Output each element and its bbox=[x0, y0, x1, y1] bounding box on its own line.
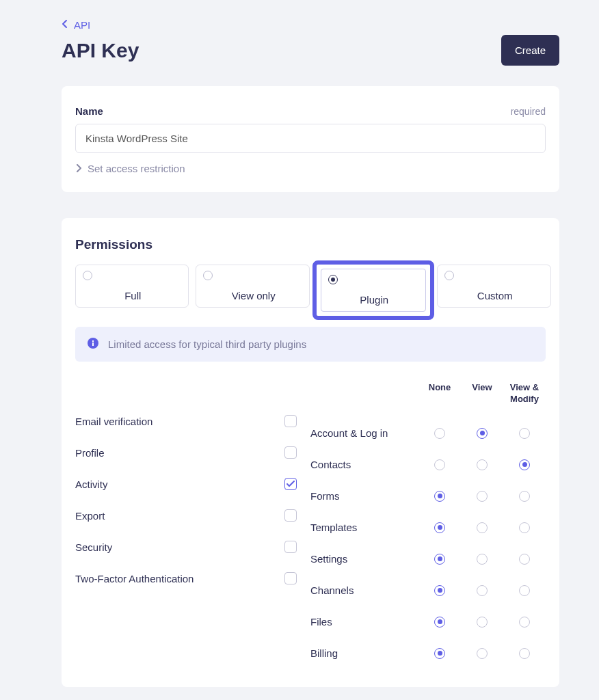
perm-left-label: Two-Factor Authentication bbox=[75, 573, 194, 584]
permissions-heading: Permissions bbox=[75, 237, 546, 252]
perm-right-row: Billing bbox=[310, 638, 546, 669]
create-button[interactable]: Create bbox=[501, 35, 559, 66]
perm-radio[interactable] bbox=[477, 491, 488, 502]
perm-radio[interactable] bbox=[519, 522, 530, 533]
perm-checkbox[interactable] bbox=[284, 446, 297, 459]
perm-radio[interactable] bbox=[519, 428, 530, 439]
perm-header-view: View bbox=[461, 382, 503, 405]
perm-checkbox[interactable] bbox=[284, 509, 297, 522]
perm-left-label: Email verification bbox=[75, 416, 152, 427]
perm-radio[interactable] bbox=[477, 648, 488, 659]
perm-right-row: Templates bbox=[310, 512, 546, 543]
perm-left-label: Export bbox=[75, 510, 105, 522]
breadcrumb-back[interactable]: API bbox=[62, 19, 559, 31]
permission-level-label: Plugin bbox=[360, 294, 388, 306]
perm-radio[interactable] bbox=[434, 617, 445, 628]
perm-right-label: Billing bbox=[310, 647, 418, 659]
perm-right-label: Forms bbox=[310, 490, 418, 502]
radio-icon bbox=[83, 271, 92, 280]
perm-radio[interactable] bbox=[519, 585, 530, 596]
expand-access-restriction[interactable]: Set access restriction bbox=[75, 163, 546, 174]
perm-right-label: Account & Log in bbox=[310, 427, 418, 439]
perm-left-row: Two-Factor Authentication bbox=[75, 563, 310, 594]
permissions-banner-text: Limited access for typical third party p… bbox=[108, 338, 306, 350]
chevron-left-icon bbox=[62, 19, 68, 31]
permissions-card: Permissions FullView onlyPluginCustom Li… bbox=[62, 218, 559, 687]
perm-left-label: Security bbox=[75, 541, 112, 553]
perm-radio[interactable] bbox=[477, 554, 488, 565]
perm-radio[interactable] bbox=[434, 459, 445, 470]
perm-radio[interactable] bbox=[519, 491, 530, 502]
radio-icon bbox=[444, 271, 454, 280]
permission-level-full[interactable]: Full bbox=[75, 265, 189, 308]
radio-icon bbox=[328, 275, 338, 284]
breadcrumb-label: API bbox=[74, 19, 90, 31]
page-title: API Key bbox=[62, 39, 139, 62]
perm-radio[interactable] bbox=[434, 428, 445, 439]
permission-level-label: View only bbox=[232, 290, 276, 301]
perm-radio[interactable] bbox=[434, 554, 445, 565]
perm-left-row: Security bbox=[75, 531, 310, 563]
name-input[interactable] bbox=[75, 124, 546, 153]
permission-level-custom[interactable]: Custom bbox=[437, 265, 550, 308]
perm-right-row: Forms bbox=[310, 481, 546, 512]
permission-level-label: Custom bbox=[477, 290, 513, 301]
name-required: required bbox=[511, 106, 546, 117]
perm-radio[interactable] bbox=[434, 648, 445, 659]
perm-radio[interactable] bbox=[477, 585, 488, 596]
perm-radio[interactable] bbox=[519, 617, 530, 628]
perm-right-row: Account & Log in bbox=[310, 418, 546, 449]
perm-left-row: Profile bbox=[75, 437, 310, 468]
perm-right-label: Settings bbox=[310, 553, 418, 565]
perm-right-label: Templates bbox=[310, 522, 418, 533]
chevron-right-icon bbox=[75, 163, 82, 174]
perm-right-row: Files bbox=[310, 606, 546, 638]
perm-header-none: None bbox=[418, 382, 461, 405]
perm-radio[interactable] bbox=[519, 648, 530, 659]
name-card: Name required Set access restriction bbox=[62, 86, 559, 192]
permission-level-view-only[interactable]: View only bbox=[196, 265, 309, 308]
perm-checkbox[interactable] bbox=[284, 541, 297, 553]
perm-checkbox[interactable] bbox=[284, 572, 297, 584]
perm-right-row: Settings bbox=[310, 543, 546, 575]
perm-radio[interactable] bbox=[477, 428, 488, 439]
perm-checkbox[interactable] bbox=[284, 478, 297, 490]
svg-rect-1 bbox=[92, 342, 94, 346]
perm-right-label: Contacts bbox=[310, 459, 418, 470]
permissions-banner: Limited access for typical third party p… bbox=[75, 327, 546, 362]
perm-radio[interactable] bbox=[434, 522, 445, 533]
perm-left-label: Profile bbox=[75, 447, 105, 459]
perm-left-row: Export bbox=[75, 500, 310, 531]
permission-level-label: Full bbox=[124, 290, 141, 301]
info-icon bbox=[88, 338, 98, 351]
perm-left-label: Activity bbox=[75, 479, 108, 490]
svg-rect-2 bbox=[92, 340, 94, 342]
permission-level-plugin[interactable]: Plugin bbox=[321, 269, 426, 312]
perm-radio[interactable] bbox=[519, 459, 530, 470]
perm-left-row: Email verification bbox=[75, 405, 310, 437]
perm-header-view-modify: View & Modify bbox=[503, 382, 546, 405]
perm-right-row: Contacts bbox=[310, 449, 546, 481]
radio-icon bbox=[203, 271, 213, 280]
perm-right-label: Files bbox=[310, 616, 418, 628]
perm-right-label: Channels bbox=[310, 584, 418, 596]
perm-radio[interactable] bbox=[434, 585, 445, 596]
perm-radio[interactable] bbox=[519, 554, 530, 565]
perm-radio[interactable] bbox=[434, 491, 445, 502]
perm-checkbox[interactable] bbox=[284, 415, 297, 427]
perm-left-row: Activity bbox=[75, 468, 310, 500]
perm-radio[interactable] bbox=[477, 617, 488, 628]
expand-label: Set access restriction bbox=[88, 163, 185, 174]
perm-radio[interactable] bbox=[477, 459, 488, 470]
perm-right-row: Channels bbox=[310, 575, 546, 606]
name-label: Name bbox=[75, 105, 103, 117]
perm-radio[interactable] bbox=[477, 522, 488, 533]
